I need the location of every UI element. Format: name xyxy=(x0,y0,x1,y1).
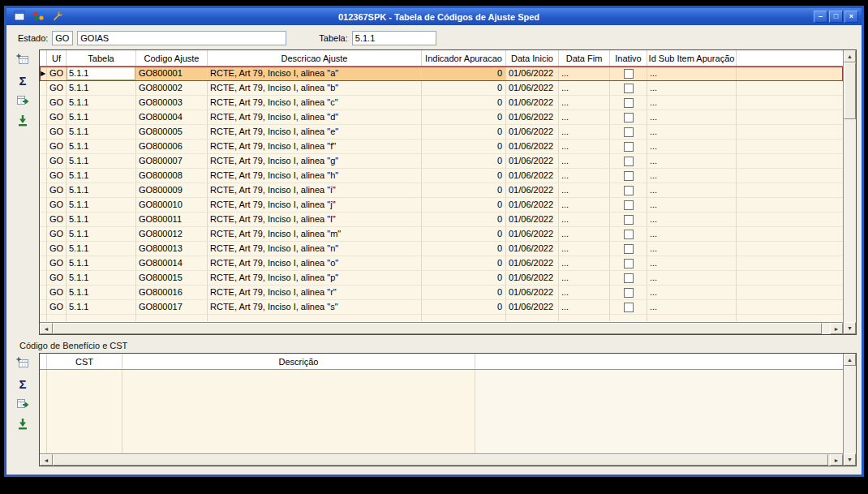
cell-uf[interactable]: GO xyxy=(47,286,67,300)
grid2-vertical-scrollbar[interactable]: ▲ ▼ xyxy=(843,354,856,466)
grid1-horizontal-scrollbar[interactable]: ◄ ► xyxy=(40,322,843,334)
cell-descricao-ajuste[interactable]: RCTE, Art 79, Inciso I, alinea "l" xyxy=(208,213,422,227)
cell-codigo-ajuste[interactable]: GO800001 xyxy=(136,67,208,81)
scroll-up-button-2[interactable]: ▲ xyxy=(844,354,856,366)
cell-codigo-ajuste[interactable]: GO800011 xyxy=(136,213,208,227)
export-button-2[interactable] xyxy=(12,395,33,413)
inativo-checkbox[interactable] xyxy=(624,171,634,181)
inativo-checkbox[interactable] xyxy=(624,200,634,210)
cell-data-fim[interactable]: ... xyxy=(559,169,610,183)
cell-tabela[interactable]: 5.1.1 xyxy=(67,96,136,110)
scroll-right-button[interactable]: ► xyxy=(830,323,843,334)
scroll-left-button-2[interactable]: ◄ xyxy=(40,454,53,466)
table-row[interactable]: ▶ GO 5.1.1 GO800014 RCTE, Art 79, Inciso… xyxy=(40,256,843,271)
cell-tabela[interactable]: 5.1.1 xyxy=(67,67,136,81)
cell-id-sub-item[interactable]: ... xyxy=(647,300,737,315)
sum-button[interactable]: Σ xyxy=(12,71,33,89)
inativo-checkbox[interactable] xyxy=(624,142,634,152)
cell-id-sub-item[interactable]: ... xyxy=(647,227,737,242)
scroll-left-button[interactable]: ◄ xyxy=(40,323,53,334)
scroll-track-2[interactable] xyxy=(844,366,856,453)
cell-indicador-apuracao[interactable]: 0 xyxy=(422,81,506,96)
scroll-down-button[interactable]: ▼ xyxy=(844,322,856,334)
cell-data-fim[interactable]: ... xyxy=(559,96,610,110)
cell-id-sub-item[interactable]: ... xyxy=(647,140,737,154)
horizontal-scroll-thumb-2[interactable] xyxy=(53,454,828,466)
cell-data-fim[interactable]: ... xyxy=(559,198,610,213)
inativo-checkbox[interactable] xyxy=(624,113,634,122)
scroll-right-button-2[interactable]: ► xyxy=(830,454,843,466)
maximize-button[interactable]: □ xyxy=(829,11,843,23)
table-row[interactable]: ▶ GO 5.1.1 GO800001 RCTE, Art 79, Inciso… xyxy=(40,67,843,81)
tabela-input[interactable] xyxy=(352,31,436,45)
cell-data-fim[interactable]: ... xyxy=(559,154,610,169)
cell-uf[interactable]: GO xyxy=(47,271,67,286)
cell-indicador-apuracao[interactable]: 0 xyxy=(422,140,506,154)
inativo-checkbox[interactable] xyxy=(624,244,634,254)
cell-descricao-ajuste[interactable]: RCTE, Art 79, Inciso I, alinea "r" xyxy=(208,286,422,300)
scroll-down-button-2[interactable]: ▼ xyxy=(844,453,856,466)
cell-inativo[interactable] xyxy=(610,110,647,125)
cell-indicador-apuracao[interactable]: 0 xyxy=(422,96,506,110)
cell-data-inicio[interactable]: 01/06/2022 xyxy=(506,256,559,271)
cell-codigo-ajuste[interactable]: GO800009 xyxy=(136,183,208,198)
inativo-checkbox[interactable] xyxy=(624,215,634,225)
minimize-button[interactable]: – xyxy=(814,11,827,23)
table-row[interactable]: ▶ GO 5.1.1 GO800012 RCTE, Art 79, Inciso… xyxy=(40,227,843,242)
cell-inativo[interactable] xyxy=(610,227,647,242)
cell-descricao-ajuste[interactable]: RCTE, Art 79, Inciso I, alinea "g" xyxy=(208,154,422,169)
table-row[interactable]: ▶ GO 5.1.1 GO800002 RCTE, Art 79, Inciso… xyxy=(40,81,843,96)
column-header-descricao[interactable]: Descricao Ajuste xyxy=(208,50,422,66)
cell-uf[interactable]: GO xyxy=(47,169,67,183)
cell-id-sub-item[interactable]: ... xyxy=(647,110,737,125)
cell-tabela[interactable]: 5.1.1 xyxy=(67,169,136,183)
cell-codigo-ajuste[interactable]: GO800010 xyxy=(136,198,208,213)
cell-data-fim[interactable]: ... xyxy=(559,271,610,286)
inativo-checkbox[interactable] xyxy=(624,303,634,312)
cell-indicador-apuracao[interactable]: 0 xyxy=(422,227,506,242)
cell-tabela[interactable]: 5.1.1 xyxy=(67,81,136,96)
cell-id-sub-item[interactable]: ... xyxy=(647,198,737,213)
cell-inativo[interactable] xyxy=(610,271,647,286)
cell-descricao-ajuste[interactable]: RCTE, Art 79, Inciso I, alinea "c" xyxy=(208,96,422,110)
cell-codigo-ajuste[interactable]: GO800005 xyxy=(136,125,208,140)
table-row[interactable]: ▶ GO 5.1.1 GO800008 RCTE, Art 79, Inciso… xyxy=(40,169,843,183)
grid1-vertical-scrollbar[interactable]: ▲ ▼ xyxy=(843,50,856,334)
cell-data-fim[interactable]: ... xyxy=(559,67,610,81)
cell-inativo[interactable] xyxy=(610,213,647,227)
scroll-up-button[interactable]: ▲ xyxy=(844,50,856,62)
cell-descricao-ajuste[interactable]: RCTE, Art 79, Inciso I, alinea "p" xyxy=(208,271,422,286)
cell-tabela[interactable]: 5.1.1 xyxy=(67,286,136,300)
cell-id-sub-item[interactable]: ... xyxy=(647,154,737,169)
cell-id-sub-item[interactable]: ... xyxy=(647,169,737,183)
estado-uf-input[interactable] xyxy=(52,31,73,45)
title-bar[interactable]: 012367SPK - Tabela de Códigos de Ajuste … xyxy=(6,8,862,25)
column-header-data-fim[interactable]: Data Fim xyxy=(559,50,610,66)
cell-inativo[interactable] xyxy=(610,286,647,300)
cell-data-fim[interactable]: ... xyxy=(559,256,610,271)
cell-uf[interactable]: GO xyxy=(47,96,67,110)
insert-record-button-2[interactable] xyxy=(12,354,33,372)
cell-inativo[interactable] xyxy=(610,125,647,140)
cell-data-fim[interactable]: ... xyxy=(559,125,610,140)
table-row[interactable]: ▶ GO 5.1.1 GO800011 RCTE, Art 79, Inciso… xyxy=(40,213,843,227)
cell-data-inicio[interactable]: 01/06/2022 xyxy=(506,227,559,242)
cell-inativo[interactable] xyxy=(610,67,647,81)
cell-codigo-ajuste[interactable]: GO800004 xyxy=(136,110,208,125)
cell-tabela[interactable]: 5.1.1 xyxy=(67,256,136,271)
cell-uf[interactable]: GO xyxy=(47,67,67,81)
cell-codigo-ajuste[interactable]: GO800007 xyxy=(136,154,208,169)
cell-uf[interactable]: GO xyxy=(47,198,67,213)
cell-inativo[interactable] xyxy=(610,183,647,198)
cell-inativo[interactable] xyxy=(610,169,647,183)
cell-descricao-ajuste[interactable]: RCTE, Art 79, Inciso I, alinea "j" xyxy=(208,198,422,213)
cell-codigo-ajuste[interactable]: GO800006 xyxy=(136,140,208,154)
cell-tabela[interactable]: 5.1.1 xyxy=(67,140,136,154)
cell-data-fim[interactable]: ... xyxy=(559,227,610,242)
wrench-icon[interactable] xyxy=(52,10,64,24)
cell-codigo-ajuste[interactable]: GO800017 xyxy=(136,300,208,315)
cell-data-fim[interactable]: ... xyxy=(559,81,610,96)
cell-tabela[interactable]: 5.1.1 xyxy=(67,227,136,242)
cell-uf[interactable]: GO xyxy=(47,110,67,125)
cell-uf[interactable]: GO xyxy=(47,213,67,227)
